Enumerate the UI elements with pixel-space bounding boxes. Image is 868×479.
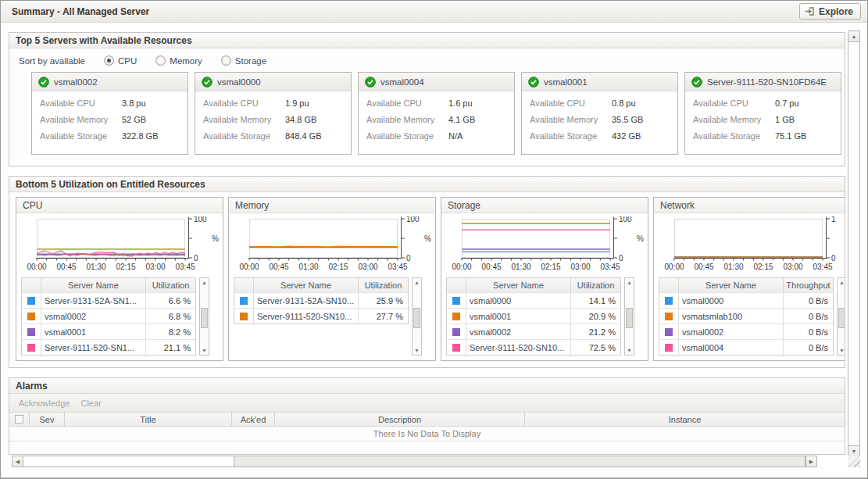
scroll-down-icon[interactable]: ▼ bbox=[839, 346, 845, 355]
section-top5: Top 5 Servers with Available Resources S… bbox=[9, 32, 845, 166]
server-card[interactable]: vsmal0000 Available CPU1.9 pu Available … bbox=[195, 72, 352, 155]
page-vertical-scrollbar[interactable]: ▲ ▼ bbox=[848, 30, 860, 457]
table-row[interactable]: vsmal00026.8 % bbox=[22, 308, 195, 324]
table-scrollbar[interactable]: ▲▼ bbox=[412, 277, 422, 356]
radio-memory-label[interactable]: Memory bbox=[170, 56, 202, 66]
table-scrollbar[interactable]: ▲▼ bbox=[624, 277, 634, 356]
available-cpu-label: Available CPU bbox=[530, 98, 612, 108]
horizontal-scroll-thumb[interactable] bbox=[23, 456, 234, 466]
radio-storage-icon[interactable] bbox=[221, 55, 231, 66]
table-row[interactable]: Server-9131-52A-SN1...6.6 % bbox=[22, 292, 195, 308]
table-row[interactable]: vsmatsmlab1000 B/s bbox=[659, 308, 833, 324]
table-row[interactable]: Server-9131-52A-SN10...25.9 % bbox=[234, 292, 408, 308]
column-sev[interactable]: Sev bbox=[30, 413, 65, 426]
server-name: vsmal0002 bbox=[54, 77, 98, 87]
scrollbar-thumb[interactable] bbox=[838, 308, 845, 328]
select-all-cell[interactable] bbox=[9, 413, 30, 426]
page-title: Summary - All Managed Server bbox=[12, 6, 149, 17]
available-cpu-label: Available CPU bbox=[693, 98, 775, 108]
scrollbar-thumb[interactable] bbox=[201, 308, 208, 328]
server-card[interactable]: vsmal0004 Available CPU1.6 pu Available … bbox=[358, 72, 515, 155]
panel-cpu: CPU 1000%00:0000:4501:3002:1503:0003:45 … bbox=[16, 197, 223, 361]
scroll-up-icon[interactable]: ▲ bbox=[839, 278, 845, 287]
svg-text:0: 0 bbox=[831, 254, 836, 263]
column-acked[interactable]: Ack'ed bbox=[232, 413, 275, 426]
radio-storage-label[interactable]: Storage bbox=[235, 56, 266, 66]
horizontal-scroll-track[interactable] bbox=[23, 456, 805, 467]
radio-cpu-icon[interactable] bbox=[104, 55, 114, 66]
server-card[interactable]: vsmal0001 Available CPU0.8 pu Available … bbox=[521, 72, 678, 155]
scrollbar-thumb[interactable] bbox=[413, 308, 420, 328]
utilization-header[interactable]: Utilization bbox=[570, 278, 620, 292]
table-row[interactable]: vsmal000120.9 % bbox=[447, 308, 620, 324]
svg-text:01:30: 01:30 bbox=[723, 263, 743, 271]
scroll-up-button[interactable]: ▲ bbox=[848, 30, 860, 42]
table-row[interactable]: Server-9111-520-SN1...21.1 % bbox=[22, 339, 195, 355]
utilization-cell: 21.2 % bbox=[570, 324, 620, 339]
svg-text:02:15: 02:15 bbox=[328, 263, 348, 271]
scroll-right-button[interactable]: ▶ bbox=[805, 456, 817, 467]
scroll-down-icon[interactable]: ▼ bbox=[202, 346, 207, 355]
column-instance[interactable]: Instance bbox=[525, 413, 845, 426]
sort-label: Sort by available bbox=[19, 56, 85, 66]
panel-storage-title: Storage bbox=[441, 198, 648, 213]
radio-memory[interactable]: Memory bbox=[155, 55, 202, 66]
svg-text:00:00: 00:00 bbox=[664, 263, 684, 271]
scrollbar-thumb[interactable] bbox=[626, 308, 633, 328]
table-scrollbar[interactable]: ▲▼ bbox=[837, 277, 845, 356]
server-name-header[interactable]: Server Name bbox=[466, 278, 570, 292]
table-row[interactable]: vsmal00020 B/s bbox=[659, 324, 833, 339]
table-row[interactable]: vsmal00018.2 % bbox=[22, 324, 195, 339]
utilization-cell: 6.8 % bbox=[145, 309, 195, 324]
column-description[interactable]: Description bbox=[275, 413, 525, 426]
page-horizontal-scrollbar[interactable]: ◀ ▶ bbox=[12, 456, 817, 467]
table-row[interactable]: vsmal00000 B/s bbox=[659, 292, 833, 308]
server-name-header[interactable]: Server Name bbox=[253, 278, 358, 292]
alarms-toolbar: Acknowledge Clear bbox=[9, 394, 845, 413]
utilization-header[interactable]: Utilization bbox=[358, 278, 408, 292]
table-scrollbar[interactable]: ▲▼ bbox=[199, 277, 209, 356]
scroll-left-button[interactable]: ◀ bbox=[12, 456, 23, 467]
server-name: vsmal0000 bbox=[217, 77, 261, 87]
scroll-up-icon[interactable]: ▲ bbox=[202, 278, 207, 287]
server-name-cell: Server-9131-52A-SN1... bbox=[41, 293, 145, 308]
table-row[interactable]: vsmal000014.1 % bbox=[447, 292, 620, 308]
svg-text:%: % bbox=[637, 234, 644, 243]
table-row[interactable]: Server-9111-520-SN10...27.7 % bbox=[234, 308, 408, 324]
scroll-up-icon[interactable]: ▲ bbox=[414, 278, 420, 287]
scroll-down-icon[interactable]: ▼ bbox=[414, 346, 420, 355]
table-row[interactable]: Server-9111-520-SN10...72.5 % bbox=[447, 339, 620, 355]
utilization-header[interactable]: Utilization bbox=[145, 278, 195, 292]
acknowledge-button[interactable]: Acknowledge bbox=[19, 399, 70, 408]
radio-cpu[interactable]: CPU bbox=[104, 55, 137, 66]
throughput-header[interactable]: Throughput bbox=[783, 278, 833, 292]
svg-text:01:30: 01:30 bbox=[298, 263, 318, 271]
svg-text:00:00: 00:00 bbox=[27, 263, 46, 271]
vertical-scroll-track[interactable] bbox=[848, 42, 860, 445]
app-window: Summary - All Managed Server Explore Top… bbox=[0, 0, 868, 479]
scroll-up-icon[interactable]: ▲ bbox=[627, 278, 632, 287]
server-card[interactable]: vsmal0002 Available CPU3.8 pu Available … bbox=[31, 72, 188, 155]
clear-button[interactable]: Clear bbox=[80, 399, 101, 408]
server-name-header[interactable]: Server Name bbox=[678, 278, 783, 292]
available-cpu-value: 0.8 pu bbox=[612, 98, 636, 108]
server-name-cell: vsmatsmlab100 bbox=[678, 309, 783, 324]
server-name: vsmal0004 bbox=[380, 77, 424, 87]
server-name-header[interactable]: Server Name bbox=[41, 278, 145, 292]
radio-memory-icon[interactable] bbox=[155, 55, 166, 66]
select-all-checkbox[interactable] bbox=[15, 415, 23, 424]
table-row[interactable]: vsmal00040 B/s bbox=[659, 339, 833, 355]
radio-cpu-label[interactable]: CPU bbox=[118, 56, 137, 66]
svg-text:01:30: 01:30 bbox=[86, 263, 105, 271]
resize-grip[interactable] bbox=[848, 456, 860, 467]
column-title[interactable]: Title bbox=[65, 413, 232, 426]
svg-text:03:45: 03:45 bbox=[388, 263, 407, 271]
scroll-down-icon[interactable]: ▼ bbox=[627, 346, 632, 355]
server-card[interactable]: Server-9111-520-SN10FD64E Available CPU0… bbox=[684, 72, 841, 155]
scroll-left-icon: ◀ bbox=[16, 459, 20, 465]
available-memory-label: Available Memory bbox=[530, 115, 612, 124]
radio-storage[interactable]: Storage bbox=[221, 55, 266, 66]
svg-text:0: 0 bbox=[406, 254, 411, 263]
explore-button[interactable]: Explore bbox=[799, 3, 861, 20]
table-row[interactable]: vsmal000221.2 % bbox=[447, 324, 620, 339]
